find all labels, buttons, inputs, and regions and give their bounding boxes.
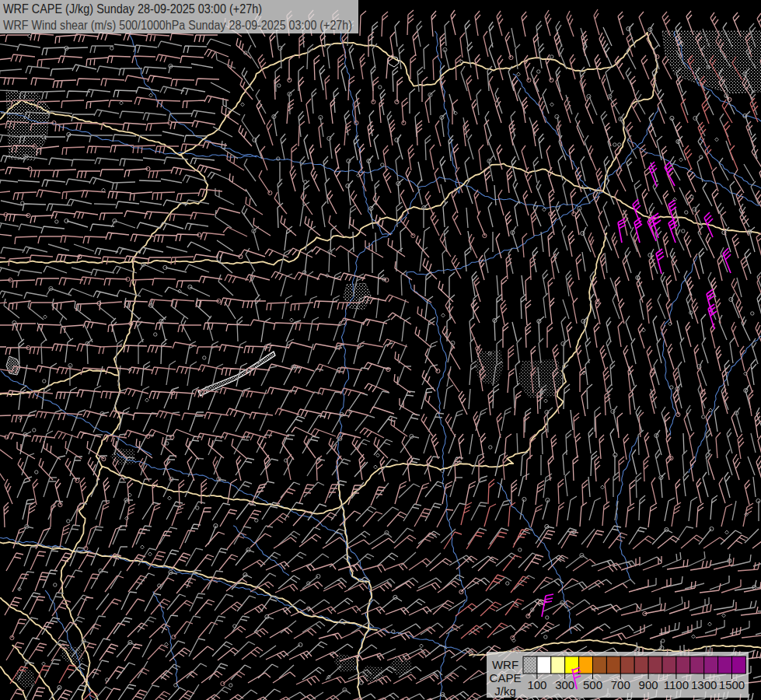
svg-text:WRF CAPE (J/kg) Sunday 28-09-2: WRF CAPE (J/kg) Sunday 28-09-2025 03:00 … [3, 2, 262, 16]
svg-text:100: 100 [527, 678, 546, 691]
svg-text:CAPE: CAPE [490, 671, 522, 684]
svg-text:300: 300 [555, 678, 574, 691]
svg-text:1100: 1100 [664, 678, 689, 691]
svg-text:1500: 1500 [719, 678, 745, 691]
svg-text:1300: 1300 [691, 678, 717, 691]
svg-text:700: 700 [611, 678, 630, 691]
svg-text:WRF Wind shear (m/s) 500/1000h: WRF Wind shear (m/s) 500/1000hPa Sunday … [3, 18, 352, 33]
svg-text:500: 500 [583, 678, 602, 691]
svg-text:J/kg: J/kg [494, 684, 516, 698]
svg-text:900: 900 [639, 678, 658, 691]
svg-text:WRF: WRF [492, 658, 518, 671]
